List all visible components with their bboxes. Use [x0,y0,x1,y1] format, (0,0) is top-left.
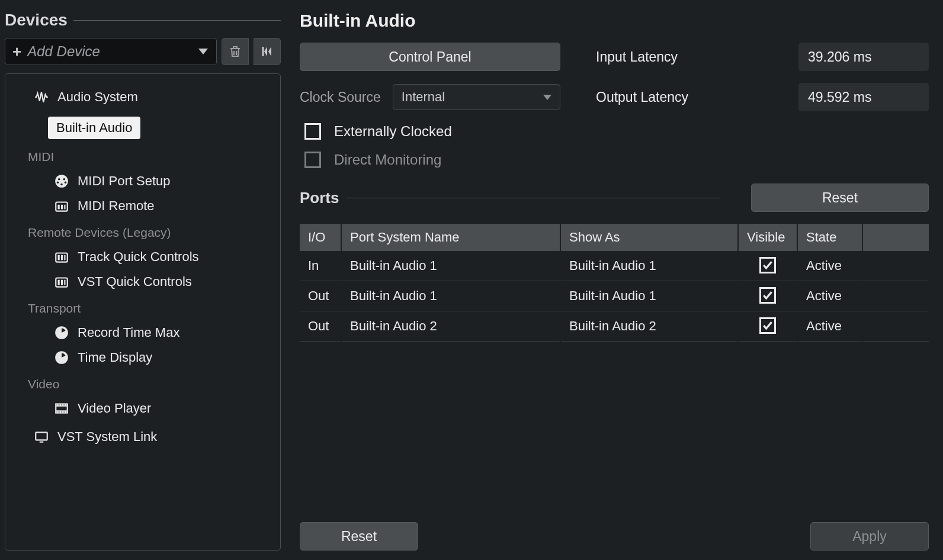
svg-rect-21 [36,432,47,440]
button-label: Reset [341,529,377,545]
tree-item-label: Built-in Audio [56,120,132,136]
clock-icon [54,350,69,365]
clock-source-row: Clock Source Internal [300,84,560,110]
tree-item-label: MIDI Remote [78,198,155,214]
col-name[interactable]: Port System Name [341,224,560,251]
page-title: Built-in Audio [300,11,929,31]
col-io[interactable]: I/O [300,224,341,251]
control-panel-button[interactable]: Control Panel [300,43,560,71]
apply-button: Apply [810,522,929,551]
tree-item-label: Track Quick Controls [78,249,199,265]
input-latency-label: Input Latency [596,49,763,65]
value-text: 49.592 ms [808,89,871,105]
tree-vst-system-link[interactable]: VST System Link [28,426,271,448]
tree-vst-quick-controls[interactable]: VST Quick Controls [48,271,271,293]
delete-device-button[interactable] [222,38,249,65]
film-icon [54,401,69,416]
tree-midi-remote[interactable]: MIDI Remote [48,195,271,217]
reset-button[interactable]: Reset [300,522,418,551]
ports-reset-button[interactable]: Reset [751,184,929,212]
table-row[interactable]: InBuilt-in Audio 1Built-in Audio 1Active [300,251,929,281]
direct-monitoring-label: Direct Monitoring [334,152,441,168]
tree-built-in-audio[interactable]: Built-in Audio [48,117,140,139]
controls-icon [54,249,69,265]
svg-point-4 [65,181,66,183]
add-device-dropdown[interactable]: + Add Device [5,38,217,65]
externally-clocked-label: Externally Clocked [334,123,452,140]
cell-visible [738,311,797,342]
cell-pad [862,251,929,281]
ports-title: Ports [300,189,339,207]
col-visible[interactable]: Visible [738,224,797,251]
cell-state: Active [797,251,862,281]
cell-name: Built-in Audio 1 [341,251,560,281]
plus-icon: + [12,44,21,59]
svg-rect-16 [61,280,63,285]
audio-settings-grid: Control Panel Input Latency 39.206 ms Cl… [300,43,929,111]
divider [346,198,720,198]
col-show[interactable]: Show As [560,224,738,251]
svg-point-3 [57,181,59,183]
remote-icon [54,198,69,214]
chevron-down-icon [198,49,208,54]
tree-item-label: MIDI Port Setup [78,173,171,189]
svg-rect-8 [61,205,63,210]
input-latency-value: 39.206 ms [798,43,929,71]
monitor-icon [34,429,49,445]
visible-checkbox[interactable] [759,317,776,334]
clock-source-label: Clock Source [300,89,381,105]
tree-item-label: VST System Link [57,429,157,445]
tree-group-remote: Remote Devices (Legacy) [28,226,271,240]
svg-rect-11 [58,255,60,260]
tree-item-label: Time Display [78,350,152,365]
output-latency-value: 49.592 ms [798,83,929,111]
button-label: Apply [852,529,887,545]
svg-rect-17 [64,280,65,285]
devices-header: Devices [5,11,281,30]
externally-clocked-checkbox[interactable] [304,123,321,140]
table-header-row: I/O Port System Name Show As Visible Sta… [300,224,929,251]
col-state[interactable]: State [797,224,862,251]
svg-point-2 [63,178,65,180]
table-row[interactable]: OutBuilt-in Audio 1Built-in Audio 1Activ… [300,281,929,311]
cell-name: Built-in Audio 2 [341,311,560,342]
externally-clocked-row: Externally Clocked [304,123,929,140]
footer-bar: Reset Apply [300,510,929,551]
cell-visible [738,251,797,281]
clock-source-select[interactable]: Internal [393,84,560,110]
tree-midi-port-setup[interactable]: MIDI Port Setup [48,170,271,192]
cell-show-as[interactable]: Built-in Audio 1 [560,251,738,281]
tree-video-player[interactable]: Video Player [48,397,271,420]
add-device-label: Add Device [27,43,193,60]
cell-show-as[interactable]: Built-in Audio 2 [560,311,738,342]
device-tree[interactable]: Audio System Built-in Audio MIDI MIDI Po… [5,73,281,551]
tree-audio-system[interactable]: Audio System [28,86,271,108]
svg-rect-13 [64,255,65,260]
controls-icon [54,274,69,289]
collapse-all-button[interactable] [254,38,281,65]
tree-item-label: Video Player [78,401,151,416]
ports-table: I/O Port System Name Show As Visible Sta… [300,224,929,342]
svg-rect-7 [58,205,60,210]
table-row[interactable]: OutBuilt-in Audio 2Built-in Audio 2Activ… [300,311,929,342]
button-label: Control Panel [389,49,471,65]
svg-rect-12 [61,255,63,260]
cell-state: Active [797,311,862,342]
cell-pad [862,281,929,311]
tree-track-quick-controls[interactable]: Track Quick Controls [48,246,271,268]
svg-point-1 [58,178,60,180]
svg-point-0 [55,175,68,188]
divider [73,20,281,21]
cell-io: Out [300,281,341,311]
select-value: Internal [402,89,445,105]
trash-icon [228,44,242,59]
ports-header: Ports Reset [300,184,929,212]
visible-checkbox[interactable] [759,257,776,273]
waveform-icon [34,89,49,105]
add-device-row: + Add Device [5,38,281,65]
tree-record-time-max[interactable]: Record Time Max [48,321,271,344]
main-panel: Built-in Audio Control Panel Input Laten… [295,0,943,560]
tree-time-display[interactable]: Time Display [48,346,271,369]
cell-show-as[interactable]: Built-in Audio 1 [560,281,738,311]
visible-checkbox[interactable] [759,287,776,304]
